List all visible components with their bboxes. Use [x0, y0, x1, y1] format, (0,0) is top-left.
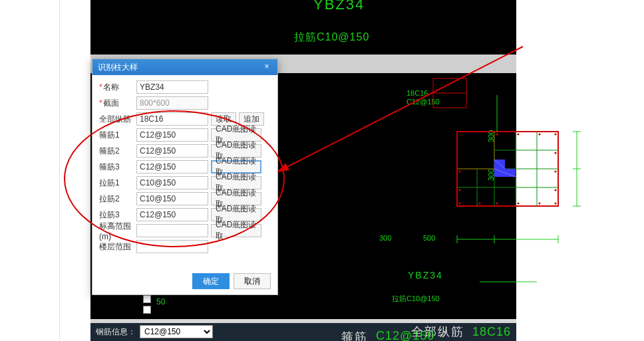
checkbox-item[interactable]	[143, 306, 151, 314]
rebar-info-label: 钢筋信息：	[96, 326, 136, 338]
label-stirrup1: 箍筋1	[99, 130, 136, 141]
input-name[interactable]	[136, 80, 208, 94]
svg-point-21	[478, 202, 480, 204]
input-elev-range[interactable]	[136, 224, 208, 237]
label-floor-range: 楼层范围	[99, 241, 136, 253]
label-tie3: 拉筋3	[99, 209, 136, 221]
label-stirrup2: 箍筋2	[99, 146, 136, 157]
svg-rect-26	[494, 169, 505, 177]
input-tie3[interactable]	[136, 208, 208, 221]
rebar-info-select[interactable]: C12@150	[140, 325, 213, 338]
svg-point-17	[554, 202, 556, 204]
input-section[interactable]	[136, 96, 208, 110]
btn-cad-read-elev[interactable]: CAD底图读取	[211, 224, 261, 237]
input-stirrup2[interactable]	[136, 144, 208, 158]
rebar-info-bar: 钢筋信息： C12@150 全部纵筋 18C16	[90, 322, 516, 341]
left-panel	[0, 0, 60, 341]
svg-point-12	[538, 133, 540, 135]
bottom-val-all-long: 18C16	[472, 325, 511, 339]
svg-point-22	[496, 202, 498, 204]
checkbox-item[interactable]	[143, 295, 151, 303]
cad-column-drawing	[377, 72, 607, 318]
cad-top-column-name: YBZ34	[313, 0, 365, 13]
svg-point-14	[554, 152, 556, 154]
svg-point-16	[554, 189, 556, 191]
svg-point-19	[458, 189, 460, 191]
input-all-longitudinal[interactable]	[136, 112, 208, 126]
label-elev-range: 标高范围(m)	[99, 221, 136, 241]
svg-point-23	[517, 202, 519, 204]
label-section: 截面	[99, 98, 136, 109]
svg-point-24	[538, 202, 540, 204]
label-all-longitudinal: 全部纵筋	[99, 114, 136, 125]
cad-partial-text: 50	[156, 297, 165, 306]
bottom-val-stirrup: C12@150	[376, 329, 434, 341]
dialog-title-text: 识别柱大样	[98, 62, 138, 73]
input-stirrup1[interactable]	[136, 128, 208, 142]
svg-point-10	[496, 133, 498, 135]
btn-cancel[interactable]: 取消	[234, 273, 271, 289]
btn-ok[interactable]: 确定	[192, 273, 230, 289]
identify-column-dialog: 识别柱大样 × 名称 截面 全部纵筋 读取 追加 箍筋1 CAD底图读取	[92, 58, 278, 295]
svg-point-13	[554, 133, 556, 135]
cad-top-tie-note: 拉筋C10@150	[294, 31, 369, 45]
input-floor-range[interactable]	[136, 240, 208, 253]
label-name: 名称	[99, 82, 136, 93]
background-checkbox-column	[143, 295, 151, 314]
svg-point-11	[517, 133, 519, 135]
svg-point-20	[458, 202, 460, 204]
dialog-titlebar[interactable]: 识别柱大样 ×	[92, 59, 277, 75]
label-tie2: 拉筋2	[99, 193, 136, 205]
grey-divider-band	[90, 319, 516, 323]
input-stirrup3[interactable]	[136, 160, 208, 173]
input-tie1[interactable]	[136, 176, 208, 189]
input-tie2[interactable]	[136, 192, 208, 205]
svg-rect-27	[505, 169, 516, 177]
svg-point-18	[458, 170, 460, 172]
label-stirrup3: 箍筋3	[99, 162, 136, 173]
svg-point-15	[554, 170, 556, 172]
bottom-cn-stirrup: 箍筋	[341, 329, 368, 341]
close-icon[interactable]: ×	[261, 62, 272, 72]
label-tie1: 拉筋1	[99, 177, 136, 189]
